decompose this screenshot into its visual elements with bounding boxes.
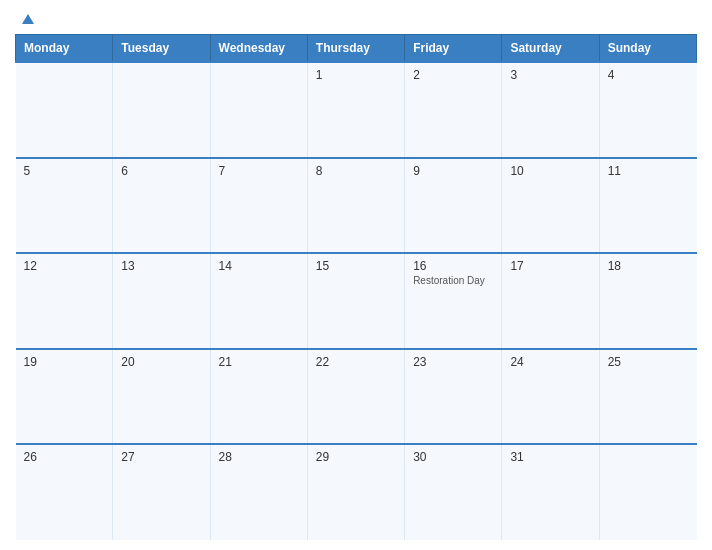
day-cell: 3 [502, 62, 599, 158]
day-cell: 27 [113, 444, 210, 540]
day-number: 23 [413, 355, 493, 369]
day-number: 3 [510, 68, 590, 82]
day-cell: 21 [210, 349, 307, 445]
day-number: 6 [121, 164, 201, 178]
day-number: 21 [219, 355, 299, 369]
day-cell: 2 [405, 62, 502, 158]
day-cell: 5 [16, 158, 113, 254]
week-row-3: 1213141516Restoration Day1718 [16, 253, 697, 349]
day-number: 18 [608, 259, 689, 273]
weekday-header-monday: Monday [16, 35, 113, 63]
holiday-label: Restoration Day [413, 275, 493, 286]
day-number: 24 [510, 355, 590, 369]
day-number: 26 [24, 450, 105, 464]
day-cell: 26 [16, 444, 113, 540]
day-number: 7 [219, 164, 299, 178]
calendar-header [15, 10, 697, 26]
day-cell [16, 62, 113, 158]
day-number: 16 [413, 259, 493, 273]
weekday-header-wednesday: Wednesday [210, 35, 307, 63]
day-cell: 30 [405, 444, 502, 540]
day-number: 28 [219, 450, 299, 464]
weekday-header-sunday: Sunday [599, 35, 696, 63]
day-number: 17 [510, 259, 590, 273]
day-number: 31 [510, 450, 590, 464]
day-cell: 13 [113, 253, 210, 349]
day-cell: 31 [502, 444, 599, 540]
day-cell: 16Restoration Day [405, 253, 502, 349]
day-cell: 29 [307, 444, 404, 540]
day-cell: 22 [307, 349, 404, 445]
week-row-5: 262728293031 [16, 444, 697, 540]
week-row-1: 1234 [16, 62, 697, 158]
weekday-header-row: MondayTuesdayWednesdayThursdayFridaySatu… [16, 35, 697, 63]
day-cell: 19 [16, 349, 113, 445]
day-cell: 14 [210, 253, 307, 349]
day-number: 9 [413, 164, 493, 178]
day-number: 13 [121, 259, 201, 273]
day-cell: 1 [307, 62, 404, 158]
day-cell: 7 [210, 158, 307, 254]
logo-triangle-icon [22, 14, 34, 24]
day-number: 22 [316, 355, 396, 369]
day-number: 15 [316, 259, 396, 273]
day-cell: 17 [502, 253, 599, 349]
day-number: 20 [121, 355, 201, 369]
day-cell: 15 [307, 253, 404, 349]
day-cell: 28 [210, 444, 307, 540]
week-row-4: 19202122232425 [16, 349, 697, 445]
day-cell: 9 [405, 158, 502, 254]
day-number: 4 [608, 68, 689, 82]
day-number: 5 [24, 164, 105, 178]
day-number: 27 [121, 450, 201, 464]
day-number: 12 [24, 259, 105, 273]
day-cell [599, 444, 696, 540]
day-cell: 4 [599, 62, 696, 158]
day-number: 11 [608, 164, 689, 178]
day-number: 29 [316, 450, 396, 464]
day-number: 10 [510, 164, 590, 178]
day-number: 8 [316, 164, 396, 178]
day-cell: 12 [16, 253, 113, 349]
day-number: 1 [316, 68, 396, 82]
day-number: 19 [24, 355, 105, 369]
day-number: 30 [413, 450, 493, 464]
logo [20, 10, 34, 26]
day-cell: 6 [113, 158, 210, 254]
day-cell: 23 [405, 349, 502, 445]
day-cell: 20 [113, 349, 210, 445]
day-cell [113, 62, 210, 158]
day-cell: 24 [502, 349, 599, 445]
day-cell: 8 [307, 158, 404, 254]
day-number: 2 [413, 68, 493, 82]
weekday-header-thursday: Thursday [307, 35, 404, 63]
day-cell: 11 [599, 158, 696, 254]
day-cell: 10 [502, 158, 599, 254]
weekday-header-friday: Friday [405, 35, 502, 63]
day-cell: 18 [599, 253, 696, 349]
day-number: 14 [219, 259, 299, 273]
weekday-header-saturday: Saturday [502, 35, 599, 63]
day-cell [210, 62, 307, 158]
weekday-header-tuesday: Tuesday [113, 35, 210, 63]
day-cell: 25 [599, 349, 696, 445]
calendar-table: MondayTuesdayWednesdayThursdayFridaySatu… [15, 34, 697, 540]
week-row-2: 567891011 [16, 158, 697, 254]
calendar: MondayTuesdayWednesdayThursdayFridaySatu… [0, 0, 712, 550]
day-number: 25 [608, 355, 689, 369]
